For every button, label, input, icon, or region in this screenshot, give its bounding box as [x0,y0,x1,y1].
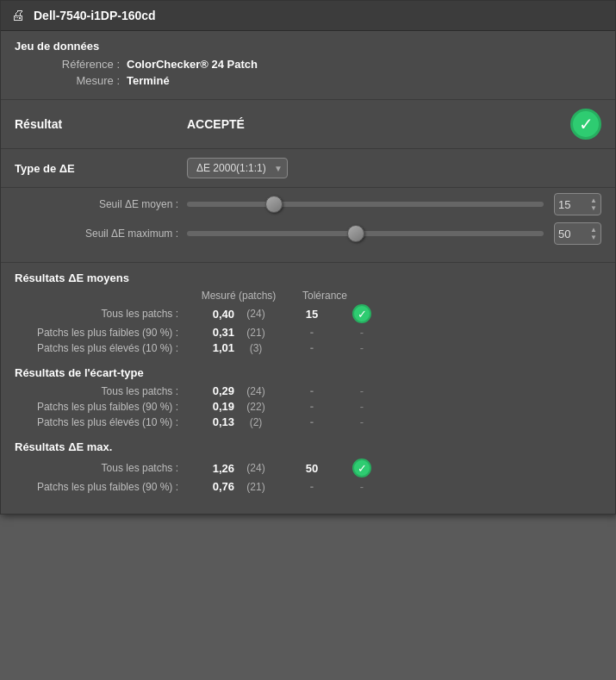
header-measured: Mesuré (patchs) [187,290,290,302]
mean-results-subsection: Résultats ΔE moyens Mesuré (patchs) Tolé… [15,271,601,354]
measure-row: Mesure : Terminé [15,74,601,87]
delta-type-dropdown-wrapper[interactable]: ΔE 2000(1:1:1) ΔE 1976 ΔE 1994 [187,158,288,178]
mean-row-2-value: 1,01 [187,341,234,354]
max-results-title: Résultats ΔE max. [15,440,601,453]
stddev-row-0-tolerance: - [277,384,346,397]
delta-type-label: Type de ΔE [15,162,187,175]
mean-table-header: Mesuré (patchs) Tolérance [15,290,601,302]
window-icon: 🖨 [11,8,27,23]
mean-row-2-label: Patchs les plus élevés (10 %) : [15,342,187,354]
measure-label: Mesure : [15,74,127,87]
max-row-1-value: 0,76 [187,480,234,493]
max-slider-label: Seuil ΔE maximum : [15,228,187,240]
max-slider-value: 50 [558,228,570,240]
result-value: ACCEPTÉ [187,117,570,131]
mean-slider-thumb[interactable] [265,196,283,213]
stddev-row-2-label: Patchs les plus élevés (10 %) : [15,416,187,428]
reference-row: Référence : ColorChecker® 24 Patch [15,58,601,71]
mean-row-2-count: (3) [234,342,277,354]
stddev-row-2-tolerance: - [277,415,346,428]
stddev-row-1-tolerance: - [277,400,346,413]
max-row-1-tolerance: - [277,480,346,493]
mean-row-1-tolerance: - [277,326,346,339]
stddev-row-0-value: 0,29 [187,384,234,397]
stddev-row-1: Patchs les plus faibles (90 %) : 0,19 (2… [15,400,601,413]
stddev-row-2: Patchs les plus élevés (10 %) : 0,13 (2)… [15,415,601,428]
max-row-0: Tous les patchs : 1,26 (24) 50 ✓ [15,459,601,477]
mean-row-0-value: 0,40 [187,308,234,321]
stddev-row-1-status: - [346,400,377,413]
mean-row-1-value: 0,31 [187,326,234,339]
window-title: Dell-7540-i1DP-160cd [34,9,156,22]
mean-row-1-label: Patchs les plus faibles (90 %) : [15,327,187,339]
header-tolerance: Tolérance [290,290,359,302]
max-slider-row: Seuil ΔE maximum : 50 ▲▼ [15,222,601,245]
sliders-section: Seuil ΔE moyen : 15 ▲▼ Seuil ΔE maximum … [1,188,615,263]
stddev-row-2-status: - [346,415,377,428]
mean-row-2: Patchs les plus élevés (10 %) : 1,01 (3)… [15,341,601,354]
max-row-0-value: 1,26 [187,462,234,475]
stddev-row-0-status: - [346,384,377,397]
mean-row-0-count: (24) [234,308,277,320]
stddev-row-0: Tous les patchs : 0,29 (24) - - [15,384,601,397]
mean-row-1-count: (21) [234,327,277,339]
max-row-0-label: Tous les patchs : [15,462,187,474]
mean-row-0-status: ✓ [346,304,377,323]
max-row-1-status: - [346,480,377,493]
mean-slider-label: Seuil ΔE moyen : [15,198,187,210]
max-slider-thumb[interactable] [347,225,364,242]
mean-slider-value: 15 [558,198,570,211]
mean-row-2-status: - [346,341,377,354]
mean-row-1-status: - [346,326,377,339]
data-tables-section: Résultats ΔE moyens Mesuré (patchs) Tolé… [1,263,615,514]
mean-slider-arrows[interactable]: ▲▼ [590,197,597,212]
mean-slider-track[interactable] [187,202,544,207]
main-window: 🖨 Dell-7540-i1DP-160cd Jeu de données Ré… [0,0,616,515]
mean-row-0-label: Tous les patchs : [15,308,187,320]
stddev-row-2-value: 0,13 [187,415,234,428]
stddev-results-subsection: Résultats de l'écart-type Tous les patch… [15,366,601,428]
delta-type-select[interactable]: ΔE 2000(1:1:1) ΔE 1976 ΔE 1994 [187,158,288,178]
result-label: Résultat [15,117,187,131]
title-bar: 🖨 Dell-7540-i1DP-160cd [1,1,615,31]
stddev-row-1-value: 0,19 [187,400,234,413]
mean-row-1: Patchs les plus faibles (90 %) : 0,31 (2… [15,326,601,339]
max-row-0-status: ✓ [346,459,377,477]
mean-slider-row: Seuil ΔE moyen : 15 ▲▼ [15,193,601,215]
max-row-1-label: Patchs les plus faibles (90 %) : [15,481,187,493]
max-row-0-count: (24) [234,462,277,474]
max-row-0-tolerance: 50 [277,462,346,475]
mean-results-title: Résultats ΔE moyens [15,271,601,284]
delta-type-section: Type de ΔE ΔE 2000(1:1:1) ΔE 1976 ΔE 199… [1,149,615,188]
stddev-row-1-label: Patchs les plus faibles (90 %) : [15,401,187,413]
measure-value: Terminé [127,74,170,87]
mean-row-0: Tous les patchs : 0,40 (24) 15 ✓ [15,304,601,323]
max-slider-value-box: 50 ▲▼ [554,222,601,245]
stddev-row-1-count: (22) [234,401,277,413]
dataset-header: Jeu de données [15,40,601,53]
max-slider-arrows[interactable]: ▲▼ [590,226,597,241]
stddev-row-0-label: Tous les patchs : [15,385,187,397]
mean-slider-value-box: 15 ▲▼ [554,193,601,215]
result-check-icon: ✓ [570,109,601,140]
stddev-results-title: Résultats de l'écart-type [15,366,601,379]
mean-row-0-tolerance: 15 [277,308,346,321]
max-row-1: Patchs les plus faibles (90 %) : 0,76 (2… [15,480,601,493]
reference-value: ColorChecker® 24 Patch [127,58,258,71]
stddev-row-0-count: (24) [234,385,277,397]
max-row-0-check-icon: ✓ [352,459,371,477]
mean-row-2-tolerance: - [277,341,346,354]
max-row-1-count: (21) [234,481,277,493]
reference-label: Référence : [15,58,127,71]
max-slider-track[interactable] [187,231,544,236]
stddev-row-2-count: (2) [234,416,277,428]
mean-row-0-check-icon: ✓ [352,304,371,323]
dataset-section: Jeu de données Référence : ColorChecker®… [1,31,615,100]
max-results-subsection: Résultats ΔE max. Tous les patchs : 1,26… [15,440,601,493]
result-section: Résultat ACCEPTÉ ✓ [1,100,615,149]
